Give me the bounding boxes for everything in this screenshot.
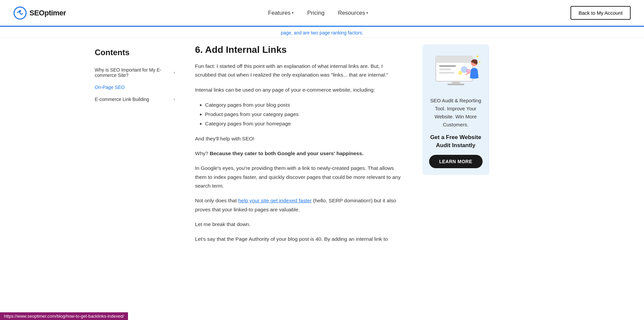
indexed-faster-link[interactable]: help your site get indexed faster xyxy=(238,198,312,203)
logo-text: SEOptimer xyxy=(29,9,66,17)
top-fade-text: page, and are two page ranking factors. xyxy=(0,27,644,38)
main-nav: Features ▾ Pricing Resources ▾ xyxy=(268,10,368,16)
svg-rect-6 xyxy=(439,72,454,74)
svg-text:✦: ✦ xyxy=(479,61,481,64)
main-header: SEOptimer Features ▾ Pricing Resources ▾… xyxy=(0,0,644,27)
paragraph-5: Not only does that help your site get in… xyxy=(195,196,402,214)
cta-learn-more-button[interactable]: LEARN MORE xyxy=(429,155,483,168)
logo-area: SEOptimer xyxy=(13,6,66,20)
sidebar-item-on-page-seo[interactable]: On-Page SEO xyxy=(95,81,175,93)
cta-card: ✦ ✦ SEO Audit & Reporting Tool. Improve … xyxy=(422,44,489,175)
nav-resources[interactable]: Resources ▾ xyxy=(338,10,368,16)
sidebar-item-link-building[interactable]: E-commerce Link Building › xyxy=(95,93,175,105)
seoptimer-logo-icon xyxy=(13,6,27,20)
paragraph-3: And they'll help with SEO! xyxy=(195,134,402,143)
bold-phrase: Because they cater to both Google and yo… xyxy=(210,150,363,156)
svg-rect-11 xyxy=(447,84,464,85)
paragraph-7: Let's say that the Page Authority of you… xyxy=(195,235,402,243)
list-item: Category pages from your homepage xyxy=(205,119,402,128)
list-item: Product pages from your category pages xyxy=(205,110,402,119)
paragraph-4: In Google's eyes, you're providing them … xyxy=(195,164,402,190)
cta-sidebar: ✦ ✦ SEO Audit & Reporting Tool. Improve … xyxy=(416,38,489,256)
svg-rect-4 xyxy=(439,65,456,67)
resources-chevron-icon: ▾ xyxy=(366,11,368,15)
svg-rect-5 xyxy=(439,69,451,70)
page-body: Contents Why is SEO Important for My E-c… xyxy=(88,38,556,256)
back-to-account-button[interactable]: Back to My Account xyxy=(570,6,631,20)
cta-illustration: ✦ ✦ xyxy=(429,51,483,91)
nav-features[interactable]: Features ▾ xyxy=(268,10,294,16)
list-item: Category pages from your blog posts xyxy=(205,100,402,110)
svg-rect-3 xyxy=(436,56,473,63)
paragraph-1: Fun fact: I started off this point with … xyxy=(195,62,402,80)
section-heading: 6. Add Internal Links xyxy=(195,44,402,55)
cta-description: SEO Audit & Reporting Tool. Improve Your… xyxy=(429,97,483,129)
svg-point-1 xyxy=(19,10,21,12)
svg-rect-10 xyxy=(452,81,460,84)
table-of-contents-sidebar: Contents Why is SEO Important for My E-c… xyxy=(95,38,182,256)
main-article-content: 6. Add Internal Links Fun fact: I starte… xyxy=(182,38,416,256)
sidebar-item-why-seo[interactable]: Why is SEO Important for My E-commerce S… xyxy=(95,64,175,81)
nav-pricing[interactable]: Pricing xyxy=(307,10,325,16)
internal-links-list: Category pages from your blog posts Prod… xyxy=(202,100,402,128)
sidebar-title: Contents xyxy=(95,48,175,57)
svg-text:✦: ✦ xyxy=(476,54,479,59)
link-building-chevron-icon: › xyxy=(174,97,175,102)
paragraph-why: Why? Because they cater to both Google a… xyxy=(195,149,402,158)
why-seo-chevron-icon: › xyxy=(174,70,175,75)
svg-point-9 xyxy=(458,71,462,75)
paragraph-2: Internal links can be used on any page o… xyxy=(195,86,402,94)
cta-headline: Get a Free Website Audit Instantly xyxy=(429,133,483,149)
paragraph-6: Let me break that down. xyxy=(195,220,402,229)
features-chevron-icon: ▾ xyxy=(292,11,294,15)
